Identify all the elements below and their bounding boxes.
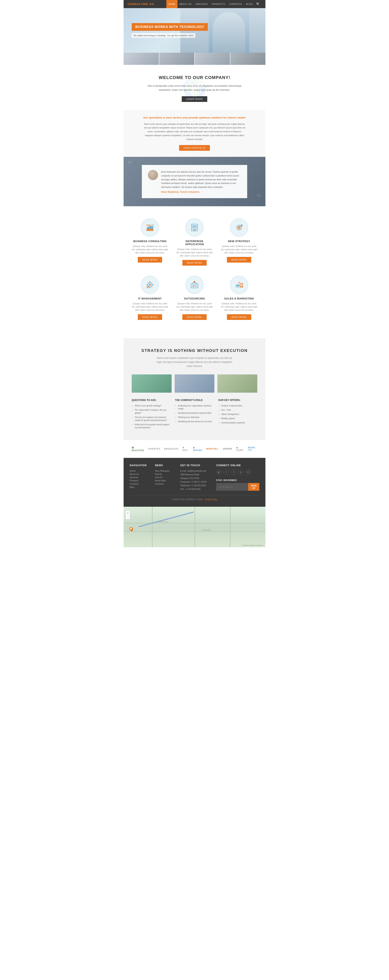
service-outsourcing: OUTSOURCING Quisque nulla. Vestibulu ero… bbox=[174, 274, 215, 322]
footer-link-about[interactable]: About Us bbox=[130, 473, 151, 476]
read-more-it[interactable]: READ MORE bbox=[138, 314, 162, 320]
read-more-outsourcing[interactable]: READ MORE bbox=[183, 314, 206, 320]
strategy-section: STRATEGY IS NOTHING WITHOUT EXECUTION Ne… bbox=[124, 338, 265, 440]
social-linkedin-icon[interactable]: in bbox=[245, 469, 251, 475]
service-business-consulting: BUSINESS CONSULTING Quisque nulla. Vesti… bbox=[130, 216, 170, 268]
svg-rect-27 bbox=[147, 282, 149, 283]
world-map-bg: 🌍 WELCOME TO OUR COMPANY! Sed ut perspic… bbox=[136, 75, 253, 102]
partner-eagle: Eagle●Co bbox=[162, 447, 180, 451]
social-facebook-icon[interactable]: f bbox=[231, 469, 237, 475]
footer-news-howto[interactable]: How To bbox=[155, 476, 176, 479]
svg-rect-41 bbox=[237, 286, 238, 287]
list-item: How do you imagine your business model f… bbox=[132, 415, 171, 422]
footer-news-releases[interactable]: New Releases bbox=[155, 469, 176, 473]
partners-section: 绿 BocoTex DuraTex Eagle●Co ⚜ INTL ▶ BRAN… bbox=[124, 440, 265, 458]
thumbnail-4[interactable] bbox=[230, 52, 266, 65]
svg-rect-37 bbox=[195, 286, 197, 287]
map-road-blue bbox=[138, 512, 194, 527]
footer-nav-title: NAVIGATION bbox=[130, 464, 151, 467]
service-strategy: NEW STRATEGY Quisque nulla. Vestibulu er… bbox=[219, 216, 259, 268]
strategy-role-list: Analysing your organisation business mod… bbox=[175, 404, 214, 424]
strategy-desc: Nemo enim ipsam voluptatem quia voluptas… bbox=[154, 356, 235, 368]
zoom-out-button[interactable]: − bbox=[126, 515, 130, 519]
footer: NAVIGATION Home About Us Services Produc… bbox=[124, 458, 265, 507]
service-text-strategy: Quisque nulla. Vestibulu ero nisi, porta… bbox=[221, 245, 257, 255]
stay-informed-section: STAY INFORMED SIGN UP bbox=[216, 479, 259, 491]
social-pinterest-icon[interactable]: p bbox=[238, 469, 244, 475]
testimonial-author: Steve Brightman, Tarnton Industries bbox=[161, 191, 241, 193]
service-sales: SALES & MARKETING Quisque nulla. Vestibu… bbox=[219, 274, 259, 322]
footer-freephone: Freephone: +1 800 17 41020 bbox=[180, 480, 212, 484]
signup-button[interactable]: SIGN UP bbox=[248, 483, 259, 491]
email-input[interactable] bbox=[216, 483, 248, 491]
footer-nav-col: NAVIGATION Home About Us Services Produc… bbox=[130, 464, 151, 491]
nav-home[interactable]: HOME bbox=[166, 0, 178, 8]
testimonial-avatar bbox=[148, 170, 158, 180]
service-icon-sales bbox=[230, 276, 248, 294]
map-road-vertical-3 bbox=[230, 507, 230, 547]
thumbnail-1[interactable] bbox=[124, 52, 159, 65]
map-section: + − Bolton Moors Country Park © OpenStre… bbox=[124, 507, 265, 547]
thumbnail-2[interactable] bbox=[159, 52, 195, 65]
svg-rect-16 bbox=[194, 230, 195, 231]
read-more-sales[interactable]: READ MORE bbox=[227, 314, 251, 320]
world-map-decoration: 🌍 bbox=[182, 76, 207, 100]
avatar-image bbox=[148, 170, 158, 180]
footer-link-services[interactable]: Services bbox=[130, 476, 151, 479]
nav-about[interactable]: ABOUT US bbox=[178, 0, 194, 8]
footer-news-help[interactable]: Need Help bbox=[155, 479, 176, 482]
footer-link-products[interactable]: Products bbox=[130, 479, 151, 482]
service-title-enterprise: ENTERPRISE APPLICATION bbox=[176, 240, 213, 246]
logo-main: CONSULTING bbox=[128, 2, 148, 6]
strategy-questions-title: QUESTIONS TO ASK: bbox=[132, 399, 171, 402]
footer-link-home[interactable]: Home bbox=[130, 469, 151, 473]
nav-blog[interactable]: BLOG bbox=[244, 0, 255, 8]
strategy-role-title: THE COMPANY'S ROLE: bbox=[175, 399, 214, 402]
footer-grid: NAVIGATION Home About Us Services Produc… bbox=[130, 464, 259, 491]
svg-rect-23 bbox=[149, 282, 150, 283]
logo: CONSULTING CO. bbox=[128, 2, 155, 6]
nav-services[interactable]: SERVICES bbox=[194, 0, 210, 8]
partner-brand: ▶ BRAND bbox=[191, 445, 205, 452]
footer-link-contacts[interactable]: Contacts bbox=[130, 482, 151, 485]
svg-rect-11 bbox=[193, 229, 194, 230]
strategy-image-3 bbox=[218, 374, 257, 393]
thumbnail-3[interactable] bbox=[195, 52, 230, 65]
partner-bocotex: 绿 BocoTex bbox=[130, 445, 146, 453]
footer-social-col: CONNECT ONLINE g+ 𝕥 f p in STAY INFORMED… bbox=[216, 464, 259, 491]
service-it: 💡 IT MANAGEMENT Quisque nulla. Vestibulu… bbox=[130, 274, 170, 322]
service-title-consulting: BUSINESS CONSULTING bbox=[132, 240, 168, 243]
view-portfolio-button[interactable]: VIEW PORTFOLIO bbox=[179, 145, 210, 151]
search-icon[interactable]: 🔍 bbox=[255, 2, 261, 6]
zoom-in-button[interactable]: + bbox=[126, 511, 130, 515]
svg-rect-25 bbox=[146, 285, 148, 285]
service-text-outsourcing: Quisque nulla. Vestibulu ero nisi, porta… bbox=[176, 302, 213, 312]
footer-news-col: NEWS New Releases Events How To Need Hel… bbox=[155, 464, 176, 491]
nav-contacts[interactable]: CONTACTS bbox=[227, 0, 244, 8]
footer-link-blog[interactable]: Blog bbox=[130, 485, 151, 489]
social-googleplus-icon[interactable]: g+ bbox=[216, 469, 222, 475]
zoom-controls: + − bbox=[125, 511, 130, 519]
read-more-consulting[interactable]: READ MORE bbox=[138, 257, 162, 262]
footer-city: Glasgow, OG4 9TGA bbox=[180, 477, 212, 480]
social-twitter-icon[interactable]: 𝕥 bbox=[224, 469, 229, 475]
read-more-enterprise[interactable]: READ MORE bbox=[183, 260, 206, 266]
svg-rect-9 bbox=[192, 225, 197, 228]
list-item: Identifying the key factors for success bbox=[175, 419, 214, 424]
service-text-consulting: Quisque nulla. Vestibulu ero nisi, porta… bbox=[132, 245, 168, 255]
services-section: BUSINESS CONSULTING Quisque nulla. Vesti… bbox=[124, 206, 265, 338]
read-more-strategy[interactable]: READ MORE bbox=[227, 257, 251, 262]
service-text-enterprise: Quisque nulla. Vestibulu ero nisi, porta… bbox=[176, 248, 213, 258]
testimonial-box: Enim facturiam non deposit sed pro quis … bbox=[142, 165, 247, 198]
nav-products[interactable]: PRODUCTS bbox=[210, 0, 227, 8]
footer-contact-col: GET IN TOUCH E-mail: mail@mywebsite.org … bbox=[180, 464, 212, 491]
footer-news-events[interactable]: Events bbox=[155, 473, 176, 476]
hero-title-box: BUSINESS WORKS WITH TECHNOLOGY bbox=[132, 23, 208, 31]
partner-badge: ⚜ INTL bbox=[180, 445, 191, 452]
footer-news-contacts[interactable]: Contacts bbox=[155, 482, 176, 485]
strategy-col-questions: QUESTIONS TO ASK: What is your growth st… bbox=[132, 399, 171, 430]
privacy-policy-link[interactable]: Privacy Policy bbox=[205, 498, 217, 501]
stay-informed-title: STAY INFORMED bbox=[216, 479, 259, 481]
quote-right-icon: " bbox=[257, 192, 262, 204]
hero-subtitle: We added technology to strategy. You get… bbox=[132, 33, 195, 38]
